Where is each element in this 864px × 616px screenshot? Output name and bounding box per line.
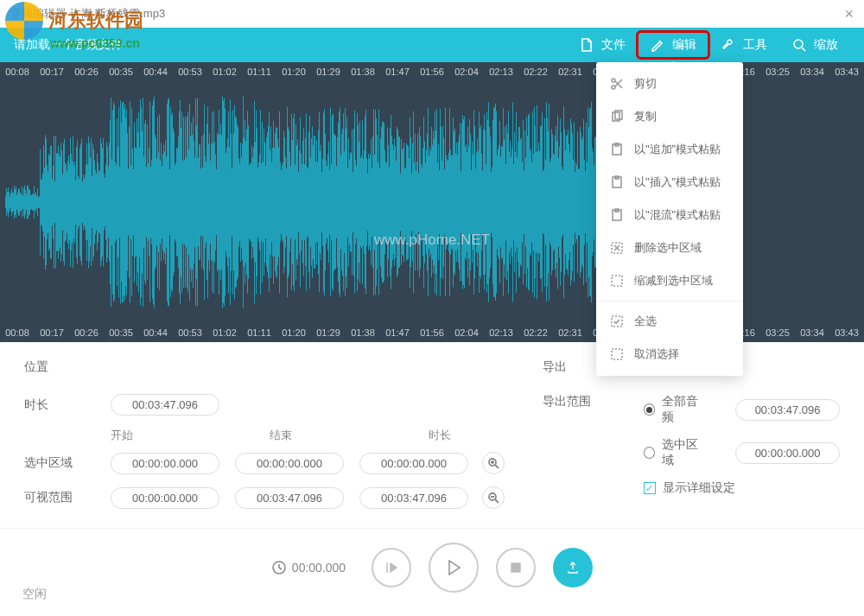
svg-rect-649: [565, 150, 566, 254]
duration-label: 时长: [24, 397, 111, 413]
copy-icon: [610, 110, 624, 124]
zoom-out-button[interactable]: [482, 486, 505, 509]
svg-rect-54: [51, 146, 52, 258]
visible-end-field[interactable]: 00:03:47.096: [235, 487, 344, 509]
visible-len-field[interactable]: 00:03:47.096: [359, 487, 468, 509]
svg-rect-230: [203, 134, 204, 270]
svg-rect-175: [156, 138, 156, 267]
svg-rect-242: [213, 111, 214, 293]
svg-rect-333: [292, 140, 293, 264]
svg-rect-580: [505, 164, 506, 240]
file-menu-button[interactable]: 文件: [567, 32, 638, 58]
svg-rect-336: [295, 165, 295, 240]
svg-rect-350: [307, 167, 308, 238]
svg-rect-621: [541, 125, 542, 279]
svg-rect-652: [568, 129, 569, 275]
svg-rect-253: [223, 101, 224, 303]
export-all-field[interactable]: 00:03:47.096: [735, 399, 840, 421]
svg-rect-608: [530, 151, 530, 253]
svg-rect-107: [97, 154, 98, 251]
svg-rect-169: [150, 167, 151, 238]
svg-rect-672: [585, 171, 586, 233]
stop-button[interactable]: [496, 548, 536, 587]
svg-rect-291: [256, 111, 257, 295]
svg-rect-36: [35, 192, 36, 212]
zoom-menu-button[interactable]: 缩放: [779, 32, 850, 58]
svg-rect-343: [301, 154, 302, 251]
export-selection-radio[interactable]: 选中区域 00:00:00.000: [644, 437, 840, 468]
svg-rect-313: [275, 133, 276, 271]
svg-rect-496: [433, 131, 434, 273]
svg-rect-293: [257, 168, 258, 238]
svg-rect-357: [313, 145, 314, 259]
play-button[interactable]: [429, 543, 479, 593]
tools-menu-button[interactable]: 工具: [708, 32, 779, 58]
svg-rect-615: [536, 152, 537, 252]
menu-delete-selection[interactable]: 删除选中区域: [596, 232, 743, 264]
svg-rect-102: [92, 143, 93, 261]
svg-rect-657: [572, 134, 573, 271]
menu-cut[interactable]: 剪切: [596, 67, 743, 100]
svg-rect-651: [567, 135, 568, 270]
menu-deselect[interactable]: 取消选择: [596, 338, 743, 371]
svg-rect-405: [354, 111, 355, 293]
svg-rect-121: [109, 143, 110, 262]
export-button[interactable]: [553, 548, 593, 587]
svg-rect-219: [194, 141, 194, 264]
svg-rect-584: [509, 152, 510, 252]
svg-rect-70: [65, 162, 66, 241]
svg-rect-432: [378, 162, 378, 241]
svg-rect-666: [580, 127, 581, 278]
svg-rect-552: [481, 154, 482, 251]
svg-rect-90: [82, 181, 83, 223]
menu-paste-append[interactable]: 以"追加"模式粘贴: [596, 133, 743, 166]
show-details-check[interactable]: ✓ 显示详细设定: [644, 480, 840, 496]
svg-rect-236: [208, 144, 209, 261]
svg-rect-478: [417, 134, 418, 271]
svg-rect-514: [448, 153, 449, 252]
svg-rect-399: [349, 159, 350, 244]
menu-select-all[interactable]: 全选: [596, 305, 743, 338]
svg-rect-97: [88, 137, 89, 268]
file-icon: [579, 37, 594, 53]
svg-rect-382: [334, 136, 335, 269]
svg-rect-88: [80, 143, 81, 261]
menu-paste-insert[interactable]: 以"插入"模式粘贴: [596, 166, 743, 199]
svg-rect-583: [508, 111, 509, 294]
svg-rect-292: [257, 128, 257, 276]
menu-trim-to-selection[interactable]: 缩减到选中区域: [596, 264, 743, 297]
svg-rect-483: [422, 168, 422, 238]
selection-len-field[interactable]: 00:00:00.000: [359, 453, 468, 474]
svg-rect-412: [360, 158, 361, 246]
svg-rect-29: [29, 189, 30, 214]
duration-field[interactable]: 00:03:47.096: [111, 394, 219, 416]
svg-rect-604: [526, 117, 527, 287]
svg-rect-374: [327, 155, 328, 250]
play-segment-button[interactable]: [372, 548, 411, 587]
svg-rect-172: [153, 100, 154, 304]
export-all-radio[interactable]: 全部音频 00:03:47.096: [644, 394, 840, 425]
selection-start-field[interactable]: 00:00:00.000: [111, 453, 219, 474]
svg-rect-174: [155, 135, 156, 270]
svg-rect-276: [243, 97, 244, 308]
edit-dropdown: 剪切 复制 以"追加"模式粘贴 以"插入"模式粘贴 以"混流"模式粘贴 删除选中…: [596, 62, 743, 376]
export-sel-field[interactable]: 00:00:00.000: [735, 442, 840, 464]
svg-rect-152: [136, 149, 137, 256]
svg-rect-218: [193, 117, 194, 288]
col-span-label: 时长: [429, 428, 508, 443]
menu-paste-mix[interactable]: 以"混流"模式粘贴: [596, 199, 743, 232]
visible-start-field[interactable]: 00:00:00.000: [111, 487, 219, 509]
svg-rect-196: [174, 132, 175, 272]
zoom-in-button[interactable]: [482, 452, 505, 474]
svg-rect-250: [220, 124, 221, 280]
svg-rect-267: [235, 117, 236, 288]
svg-rect-303: [266, 137, 267, 267]
svg-rect-642: [559, 147, 560, 258]
selection-end-field[interactable]: 00:00:00.000: [235, 453, 344, 474]
svg-rect-547: [477, 138, 478, 266]
window-close-button[interactable]: ×: [844, 5, 854, 23]
edit-menu-button[interactable]: 编辑: [638, 32, 708, 58]
svg-rect-309: [271, 162, 272, 243]
svg-rect-111: [100, 137, 101, 266]
menu-copy[interactable]: 复制: [596, 100, 743, 133]
